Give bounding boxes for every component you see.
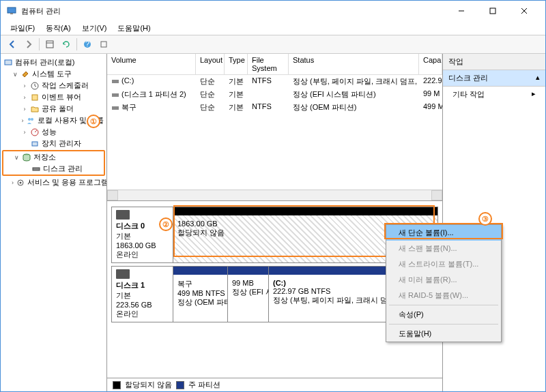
- expand-icon[interactable]: ∨: [13, 154, 20, 161]
- svg-rect-24: [112, 93, 119, 97]
- tree-systools[interactable]: ∨ 시스템 도구: [2, 68, 105, 80]
- menubar: 파일(F) 동작(A) 보기(V) 도움말(H): [1, 21, 545, 35]
- event-icon: [30, 93, 40, 102]
- tree-root-label: 컴퓨터 관리(로컬): [15, 57, 74, 67]
- actions-more[interactable]: 기타 작업 ▸: [443, 87, 545, 102]
- svg-text:?: ?: [85, 40, 89, 48]
- ctx-new-stripe-volume: 새 스트라이프 볼륨(T)...: [386, 256, 501, 272]
- menu-view[interactable]: 보기(V): [78, 22, 111, 35]
- disk-1-efi[interactable]: 99 MB 정상 (EFI 시스템 파티션): [228, 267, 269, 322]
- svg-rect-13: [32, 95, 38, 100]
- device-icon: [30, 139, 40, 149]
- computer-icon: [3, 58, 13, 67]
- ctx-new-raid5-volume: 새 RAID-5 볼륨(W)...: [386, 288, 501, 303]
- actions-selected[interactable]: 디스크 관리 ▴: [443, 70, 545, 87]
- tree-sharedfolders[interactable]: ›공유 폴더: [2, 103, 105, 115]
- menu-help[interactable]: 도움말(H): [113, 22, 154, 35]
- svg-line-17: [35, 130, 37, 132]
- maximize-button[interactable]: [477, 1, 508, 21]
- volume-row[interactable]: (디스크 1 파티션 2) 단순 기본 정상 (EFI 시스템 파티션) 99 …: [107, 88, 442, 101]
- svg-rect-18: [32, 142, 38, 146]
- volume-row[interactable]: 복구 단순 기본 NTFS 정상 (OEM 파티션) 499 M: [107, 101, 442, 114]
- disk-icon: [116, 210, 130, 220]
- expand-icon[interactable]: ∨: [12, 71, 18, 78]
- disk-1-info: 디스크 1 기본 223.56 GB 온라인: [112, 267, 173, 322]
- help-button[interactable]: ?: [80, 37, 95, 52]
- tree-storage[interactable]: ∨ 저장소: [3, 151, 104, 163]
- legend-swatch-unallocated: [113, 381, 121, 389]
- svg-point-14: [28, 118, 31, 121]
- volume-icon: [111, 77, 119, 85]
- tree-root[interactable]: 컴퓨터 관리(로컬): [2, 57, 105, 68]
- col-status[interactable]: Status: [289, 54, 419, 74]
- highlight-storage: ∨ 저장소 디스크 관리: [2, 150, 105, 176]
- ctx-properties[interactable]: 속성(P): [386, 307, 501, 322]
- volume-list: Volume Layout Type File System Status Ca…: [107, 54, 442, 201]
- window-title: 컴퓨터 관리: [21, 6, 446, 16]
- minimize-button[interactable]: [446, 1, 477, 21]
- svg-point-15: [31, 118, 33, 121]
- back-button[interactable]: [5, 37, 20, 52]
- collapse-icon: ▴: [536, 73, 540, 83]
- svg-point-22: [20, 181, 22, 183]
- legend: 할당되지 않음 주 파티션: [107, 378, 442, 391]
- chevron-right-icon: ▸: [532, 89, 536, 100]
- volume-row[interactable]: (C:) 단순 기본 NTFS 정상 (부팅, 페이지 파일, 크래시 덤프, …: [107, 75, 442, 88]
- legend-unallocated-label: 할당되지 않음: [125, 380, 172, 390]
- toolbar: ?: [1, 35, 545, 54]
- svg-rect-25: [112, 106, 119, 110]
- forward-button[interactable]: [21, 37, 36, 52]
- svg-rect-10: [101, 42, 106, 47]
- col-type[interactable]: Type: [225, 54, 248, 74]
- svg-rect-1: [10, 13, 13, 14]
- tree-eventviewer[interactable]: ›이벤트 뷰어: [2, 91, 105, 103]
- legend-swatch-primary: [176, 381, 184, 389]
- svg-rect-3: [490, 8, 495, 14]
- views-button[interactable]: [42, 37, 57, 52]
- ctx-new-simple-volume[interactable]: 새 단순 볼륨(I)...: [386, 225, 501, 241]
- clock-icon: [30, 81, 40, 91]
- services-icon: [16, 178, 25, 187]
- tree-storage-label: 저장소: [33, 152, 56, 162]
- legend-primary-label: 주 파티션: [188, 380, 220, 390]
- callout-2: ②: [159, 217, 173, 231]
- disk-1-recovery[interactable]: 복구 499 MB NTFS 정상 (OEM 파티션): [173, 267, 228, 322]
- actions-header: 작업: [443, 54, 545, 70]
- col-fs[interactable]: File System: [248, 54, 289, 74]
- menu-action[interactable]: 동작(A): [42, 22, 75, 35]
- tree-systools-label: 시스템 도구: [32, 69, 72, 79]
- ctx-new-span-volume: 새 스팬 볼륨(N)...: [386, 241, 501, 256]
- callout-1: ①: [87, 115, 100, 128]
- col-layout[interactable]: Layout: [196, 54, 225, 74]
- menu-file[interactable]: 파일(F): [6, 22, 39, 35]
- refresh-button[interactable]: [59, 37, 74, 52]
- disk-icon: [116, 269, 130, 279]
- tree-scheduler[interactable]: ›작업 스케줄러: [2, 80, 105, 91]
- volume-icon: [111, 104, 119, 112]
- svg-rect-0: [8, 7, 16, 13]
- app-icon: [6, 5, 17, 16]
- col-capacity[interactable]: Capa: [419, 54, 442, 74]
- tools-icon: [20, 70, 30, 79]
- tree-perf[interactable]: ›성능: [2, 126, 105, 138]
- scrollbar-horizontal[interactable]: [107, 190, 442, 200]
- folder-icon: [30, 104, 40, 114]
- callout-3: ③: [478, 212, 492, 226]
- volume-icon: [111, 91, 119, 99]
- titlebar: 컴퓨터 관리: [1, 1, 545, 21]
- storage-icon: [22, 153, 31, 162]
- settings-button[interactable]: [96, 37, 111, 52]
- tree-devmgr[interactable]: 장치 관리자: [2, 138, 105, 149]
- disk-1-name: 디스크 1: [116, 280, 169, 290]
- tree-diskmgmt[interactable]: 디스크 관리: [3, 163, 104, 175]
- close-button[interactable]: [508, 1, 540, 21]
- scroll-right-button[interactable]: [431, 190, 442, 200]
- ctx-help[interactable]: 도움말(H): [386, 326, 501, 342]
- scroll-left-button[interactable]: [107, 190, 118, 200]
- context-menu: 새 단순 볼륨(I)... 새 스팬 볼륨(N)... 새 스트라이프 볼륨(T…: [386, 224, 502, 342]
- col-volume[interactable]: Volume: [107, 54, 196, 74]
- svg-rect-6: [46, 41, 53, 48]
- tree-services[interactable]: ›서비스 및 응용 프로그램: [2, 177, 105, 188]
- svg-rect-23: [112, 80, 119, 83]
- users-icon: [26, 116, 35, 125]
